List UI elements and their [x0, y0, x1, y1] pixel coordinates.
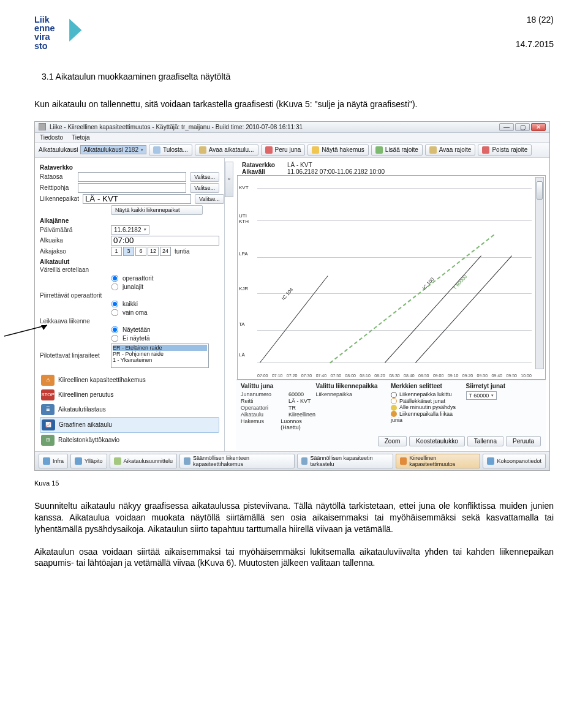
- vareilla-label: Väreillä erotellaan: [40, 266, 107, 273]
- nav-raiteistonkaytto[interactable]: ⊞ Raiteistonkäyttökaavio: [40, 433, 219, 448]
- section-heading: 3.1 Aikataulun muokkaaminen graafiselta …: [42, 72, 554, 81]
- nav-kiireellinen-hakemus[interactable]: ⚠ Kiireellinen kapasiteettihakemus: [40, 373, 219, 388]
- leikkaava-naytetaan-radio[interactable]: [111, 326, 119, 334]
- reittipohja-label: Reittipohja: [40, 184, 74, 191]
- peruuta-button[interactable]: Peruuta: [506, 436, 541, 446]
- tab-kiireellinen-muutos[interactable]: Kiireellinen kapasiteettimuutos: [396, 454, 480, 468]
- cancel-train-button[interactable]: Peru juna: [261, 145, 306, 156]
- siirretyt-dropdown[interactable]: T 60000▾: [466, 391, 497, 400]
- figure-caption: Kuva 15: [34, 479, 554, 487]
- aikajakso-segmented[interactable]: 1 3 6 12 24: [111, 247, 171, 256]
- nav-kiireellinen-peruutus[interactable]: STOP Kiireellinen peruutus: [40, 388, 219, 402]
- siirretyt-title: Siirretyt junat: [466, 383, 541, 389]
- reittipohja-select-button[interactable]: Valitse...: [190, 183, 219, 193]
- maximize-button[interactable]: ▢: [515, 123, 530, 131]
- merkkien-title: Merkkien selitteet: [391, 383, 466, 389]
- vareilla-operaattorit-radio[interactable]: [111, 275, 119, 282]
- koostetaulukko-button[interactable]: Koostetaulukko: [409, 436, 464, 446]
- alkuaika-input[interactable]: [111, 236, 219, 246]
- window-title: Liike - Kiireellinen kapasiteettimuutos …: [50, 124, 303, 130]
- chart-vscroll[interactable]: [535, 177, 544, 369]
- window-icon: [39, 123, 46, 130]
- brand-logo: Liik enne vira sto: [34, 15, 89, 54]
- piirrettavat-label: Piirrettävät operaattorit: [40, 292, 107, 299]
- close-button[interactable]: ✕: [531, 123, 546, 131]
- svg-marker-4: [69, 18, 82, 43]
- rataverkko-title: Rataverkko: [40, 164, 219, 171]
- station-axis: KVT UTI KTH LPA KJR TA LÄ: [239, 176, 256, 370]
- body-paragraph-3: Aikataulun osaa voidaan siirtää aikaisem…: [34, 546, 554, 569]
- timetable-chart[interactable]: KVT UTI KTH LPA KJR TA LÄ: [237, 175, 546, 380]
- rataosa-input[interactable]: [78, 172, 186, 182]
- valittu-juna-title: Valittu juna: [241, 383, 316, 389]
- menu-file[interactable]: Tiedosto: [40, 134, 63, 141]
- linjaraiteet-listbox[interactable]: ER - Eteläinen raide PR - Pohjoinen raid…: [111, 344, 209, 368]
- nav-graafinen-aikataulu[interactable]: 📈 Graafinen aikataulu: [40, 417, 219, 433]
- leikkaava-einayteta-radio[interactable]: [111, 335, 119, 342]
- season-dropdown[interactable]: Aikataulukausi 2182▾: [80, 145, 146, 154]
- valittu-lp-title: Valittu liikennepaikka: [316, 383, 391, 389]
- header-date: 14.7.2015: [516, 39, 554, 49]
- aikajakso-label: Aikajakso: [40, 248, 107, 255]
- show-application-button[interactable]: Näytä hakemus: [307, 145, 368, 156]
- intro-paragraph: Kun aikataulu on tallennettu, sitä voida…: [34, 99, 554, 110]
- collapse-handle[interactable]: «: [225, 162, 233, 197]
- nav-aikataulutilastaus[interactable]: ≣ Aikataulutilastaus: [40, 402, 219, 417]
- page-number: 18 (22): [516, 15, 554, 24]
- app-window: Liike - Kiireellinen kapasiteettimuutos …: [34, 121, 550, 471]
- liikennepaikat-label: Liikennepaikat: [40, 195, 79, 202]
- tallenna-button[interactable]: Tallenna: [467, 436, 503, 446]
- leikkaava-label: Leikkaava liikenne: [40, 318, 107, 325]
- paivamaara-input[interactable]: 11.6.2182▾: [111, 225, 149, 235]
- tab-yllapito[interactable]: Ylläpito: [70, 454, 107, 468]
- vareilla-junalajit-radio[interactable]: [111, 284, 119, 291]
- alkuaika-label: Alkuaika: [40, 237, 107, 244]
- add-constraint-button[interactable]: Lisää rajoite: [371, 145, 423, 156]
- reittipohja-input[interactable]: [78, 183, 186, 193]
- aikataulut-title: Aikataulut: [40, 258, 219, 265]
- tab-kokoonpanotiedot[interactable]: Kokoonpanotiedot: [483, 454, 546, 468]
- tab-saannollinen-tarkastelu[interactable]: Säännöllisen kapasiteetin tarkastelu: [297, 454, 394, 468]
- time-axis: 07:0007:10 07:2007:30 07:4007:50 08:0008…: [257, 374, 532, 378]
- rataosa-label: Rataosa: [40, 173, 74, 180]
- zoom-button[interactable]: Zoom: [378, 436, 407, 446]
- remove-constraint-button[interactable]: Poista rajoite: [478, 145, 532, 156]
- pilotettavat-label: Pilotettavat linjaraiteet: [40, 352, 107, 359]
- liikennepaikat-select-button[interactable]: Valitse...: [195, 194, 224, 204]
- body-paragraph-2: Suunniteltu aikataulu näkyy graafisessa …: [34, 500, 554, 535]
- tab-aikataulusuunnittelu[interactable]: Aikataulusuunnittelu: [110, 454, 178, 468]
- liikennepaikat-input[interactable]: [83, 194, 191, 204]
- open-constraint-button[interactable]: Avaa rajoite: [425, 145, 476, 156]
- piirrettavat-kaikki-radio[interactable]: [111, 301, 119, 308]
- season-label: Aikataulukausi: [39, 146, 78, 153]
- menu-about[interactable]: Tietoja: [72, 134, 90, 141]
- aikajanne-title: Aikajänne: [40, 217, 219, 224]
- show-all-stops-button[interactable]: Näytä kaikki liikennepaikat: [111, 205, 203, 215]
- rataosa-select-button[interactable]: Valitse...: [190, 172, 219, 182]
- tab-saannollinen-hakemus[interactable]: Säännöllisen liikenteen kapasiteettihake…: [179, 454, 295, 468]
- piirrettavat-oma-radio[interactable]: [111, 309, 119, 317]
- aikajakso-unit: tuntia: [175, 248, 189, 255]
- minimize-button[interactable]: —: [499, 123, 514, 131]
- open-schedule-button[interactable]: Avaa aikataulu...: [195, 145, 258, 156]
- paivamaara-label: Päivämäärä: [40, 227, 107, 233]
- tab-infra[interactable]: Infra: [39, 454, 68, 468]
- print-button[interactable]: Tulosta...: [149, 145, 192, 156]
- svg-text:sto: sto: [34, 41, 48, 51]
